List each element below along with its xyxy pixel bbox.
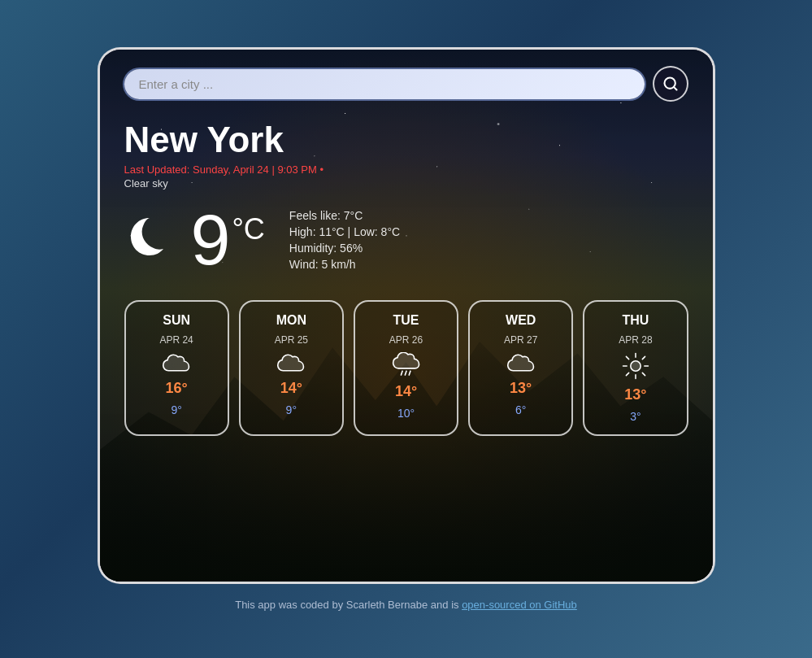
search-input[interactable] — [124, 69, 645, 99]
wind: Wind: 5 km/h — [289, 258, 400, 271]
forecast-high: 13° — [510, 380, 532, 397]
cloud-icon — [162, 352, 191, 373]
weather-condition: Clear sky — [124, 177, 688, 190]
temperature-display: 9 °C — [191, 204, 265, 276]
svg-line-13 — [626, 373, 628, 375]
forecast-day: THU — [622, 313, 649, 328]
forecast-card: MON APR 25 14° 9° — [239, 300, 344, 436]
feels-like: Feels like: 7°C — [289, 209, 400, 222]
search-bar — [124, 66, 688, 102]
forecast-card: TUE APR 26 14° 10° — [354, 300, 458, 436]
weather-main: 9 °C Feels like: 7°C High: 11°C | Low: 8… — [124, 204, 688, 276]
cloud-icon — [506, 352, 536, 373]
temperature-unit: °C — [232, 212, 264, 246]
forecast-high: 13° — [624, 386, 646, 403]
last-updated: Last Updated: Sunday, April 24 | 9:03 PM… — [124, 163, 688, 176]
main-content: New York Last Updated: Sunday, April 24 … — [100, 50, 713, 460]
forecast-date: APR 26 — [389, 334, 423, 346]
moon-icon — [124, 211, 175, 269]
forecast-date: APR 25 — [275, 334, 308, 346]
last-updated-date: Sunday, April 24 | 9:03 PM — [193, 163, 317, 176]
forecast-day: TUE — [393, 313, 419, 328]
forecast-low: 6° — [515, 403, 526, 416]
search-icon — [662, 76, 679, 92]
forecast-low: 10° — [397, 407, 415, 420]
forecast-card: SUN APR 24 16° 9° — [124, 300, 229, 436]
svg-line-10 — [626, 356, 628, 359]
forecast-date: APR 27 — [504, 334, 537, 346]
high-low: High: 11°C | Low: 8°C — [289, 225, 400, 238]
forecast-low: 9° — [286, 403, 297, 416]
svg-line-1 — [673, 87, 676, 90]
forecast-card: THU APR 28 13° 3° — [583, 300, 688, 436]
forecast-grid: SUN APR 24 16° 9° MON APR 25 14° 9° TUE … — [124, 300, 688, 436]
forecast-high: 14° — [395, 383, 417, 400]
forecast-low: 3° — [630, 410, 640, 423]
forecast-low: 9° — [171, 403, 181, 416]
forecast-day: MON — [276, 313, 306, 328]
footer-text: This app was coded by Scarleth Bernabe a… — [235, 599, 462, 611]
forecast-day: WED — [506, 313, 536, 328]
forecast-day: SUN — [163, 313, 190, 328]
last-updated-label: Last Updated: — [124, 163, 190, 176]
cloud-rain-icon — [392, 352, 421, 377]
svg-line-11 — [642, 373, 645, 375]
city-name: New York — [124, 120, 688, 160]
forecast-high: 16° — [165, 380, 187, 397]
svg-point-5 — [631, 361, 640, 371]
forecast-high: 14° — [280, 380, 302, 397]
forecast-date: APR 24 — [159, 334, 193, 346]
svg-line-4 — [409, 371, 410, 375]
humidity: Humidity: 56% — [289, 242, 400, 255]
github-link[interactable]: open-sourced on GitHub — [462, 599, 577, 611]
svg-line-2 — [401, 371, 402, 375]
weather-details: Feels like: 7°C High: 11°C | Low: 8°C Hu… — [289, 209, 400, 271]
last-updated-dot: • — [319, 163, 323, 176]
app-container: New York Last Updated: Sunday, April 24 … — [98, 47, 715, 584]
sun-icon — [622, 352, 649, 380]
temperature-value: 9 — [191, 204, 231, 276]
footer: This app was coded by Scarleth Bernabe a… — [235, 599, 577, 611]
svg-line-12 — [642, 356, 645, 359]
forecast-date: APR 28 — [619, 334, 652, 346]
cloud-icon — [276, 352, 306, 373]
search-button[interactable] — [653, 66, 688, 102]
forecast-card: WED APR 27 13° 6° — [468, 300, 573, 436]
svg-line-3 — [405, 371, 406, 375]
